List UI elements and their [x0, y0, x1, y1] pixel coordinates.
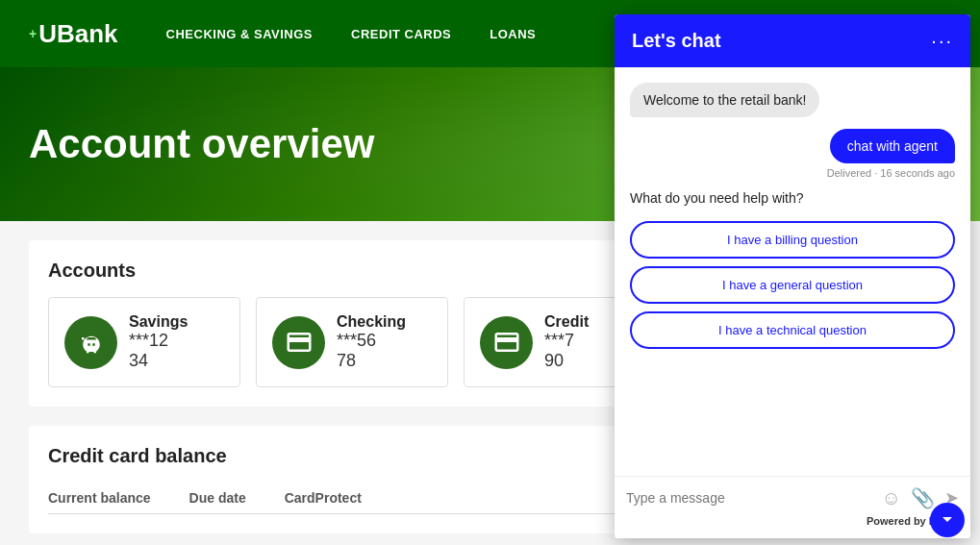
credit-icon — [480, 316, 533, 369]
chat-options-list: I have a billing question I have a gener… — [630, 221, 955, 349]
chat-delivered-status: Delivered · 16 seconds ago — [827, 167, 955, 179]
logo-plus: + — [29, 26, 37, 41]
chat-question: What do you need help with? — [630, 190, 955, 206]
chat-option-technical[interactable]: I have a technical question — [630, 311, 955, 349]
attachment-icon[interactable]: 📎 — [911, 486, 935, 509]
check-icon — [285, 328, 314, 357]
chat-option-billing[interactable]: I have a billing question — [630, 221, 955, 259]
chat-welcome-message: Welcome to the retail bank! — [630, 83, 819, 117]
savings-number-2: 34 — [129, 351, 188, 371]
nav-loans[interactable]: LOANS — [490, 27, 536, 41]
chat-options-button[interactable]: ··· — [931, 30, 953, 52]
credit-type: Credit — [544, 313, 589, 331]
checking-info: Checking ***56 78 — [337, 313, 406, 371]
chat-header: Let's chat ··· — [615, 14, 970, 67]
savings-type: Savings — [129, 313, 188, 331]
savings-icon — [64, 316, 117, 369]
credit-number-1: ***7 — [544, 331, 589, 351]
logo-text: UBank — [38, 19, 117, 49]
chevron-down-icon — [940, 512, 955, 528]
page-title: Account overview — [29, 121, 374, 167]
scroll-down-button[interactable] — [930, 503, 965, 537]
powered-by-prefix: Powered by — [867, 515, 926, 527]
checking-card[interactable]: Checking ***56 78 — [256, 297, 448, 387]
chat-widget: Let's chat ··· Welcome to the retail ban… — [615, 14, 970, 538]
chat-message-input[interactable] — [626, 486, 874, 509]
savings-card[interactable]: Savings ***12 34 — [48, 297, 240, 387]
piggy-bank-icon — [77, 328, 106, 357]
nav-checking-savings[interactable]: CHECKING & SAVINGS — [166, 27, 314, 41]
chat-input-row: ☺ 📎 ➤ — [626, 486, 959, 509]
col-due-date: Due date — [189, 490, 246, 506]
savings-info: Savings ***12 34 — [129, 313, 188, 371]
checking-icon — [272, 316, 325, 369]
bank-logo: + UBank — [29, 19, 118, 49]
nav-credit-cards[interactable]: CREDIT CARDS — [351, 27, 451, 41]
col-cardprotect: CardProtect — [285, 490, 362, 506]
chat-option-general[interactable]: I have a general question — [630, 266, 955, 304]
checking-type: Checking — [337, 313, 406, 331]
chat-body: Welcome to the retail bank! chat with ag… — [615, 67, 970, 476]
chat-with-agent-button[interactable]: chat with agent — [830, 129, 955, 163]
credit-number-2: 90 — [544, 351, 589, 371]
savings-number-1: ***12 — [129, 331, 188, 351]
col-current-balance: Current balance — [48, 490, 151, 506]
checking-number-2: 78 — [337, 351, 406, 371]
credit-card-icon — [492, 328, 521, 357]
checking-number-1: ***56 — [337, 331, 406, 351]
chat-powered-by: Powered by PEGA — [626, 509, 959, 529]
main-nav: CHECKING & SAVINGS CREDIT CARDS LOANS — [166, 27, 537, 41]
chat-sent-container: chat with agent Delivered · 16 seconds a… — [630, 129, 955, 179]
chat-footer: ☺ 📎 ➤ Powered by PEGA — [615, 476, 970, 538]
chat-header-title: Let's chat — [632, 30, 721, 52]
emoji-icon[interactable]: ☺ — [882, 487, 901, 509]
credit-info: Credit ***7 90 — [544, 313, 589, 371]
